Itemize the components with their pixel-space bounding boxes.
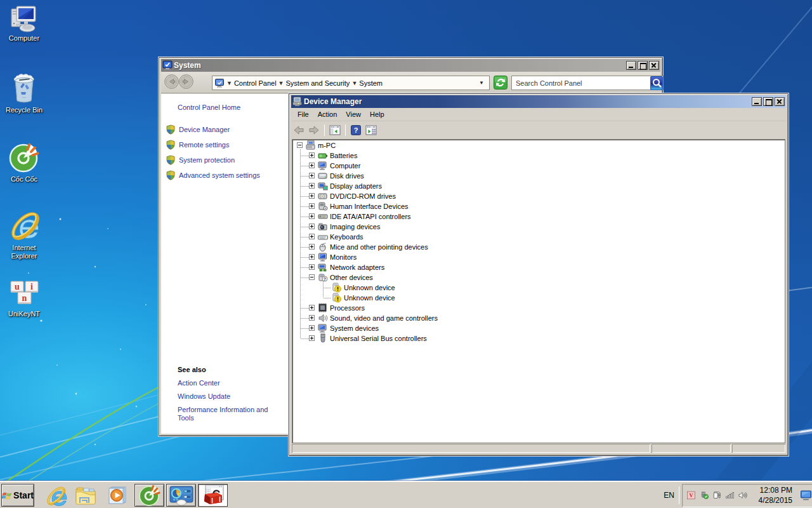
svg-text:V: V <box>689 492 693 498</box>
svg-text:?: ? <box>324 277 326 281</box>
svg-text:n: n <box>22 293 27 303</box>
svg-text:?: ? <box>354 126 358 134</box>
svg-text:u: u <box>15 282 20 291</box>
svg-text:i: i <box>30 282 33 291</box>
